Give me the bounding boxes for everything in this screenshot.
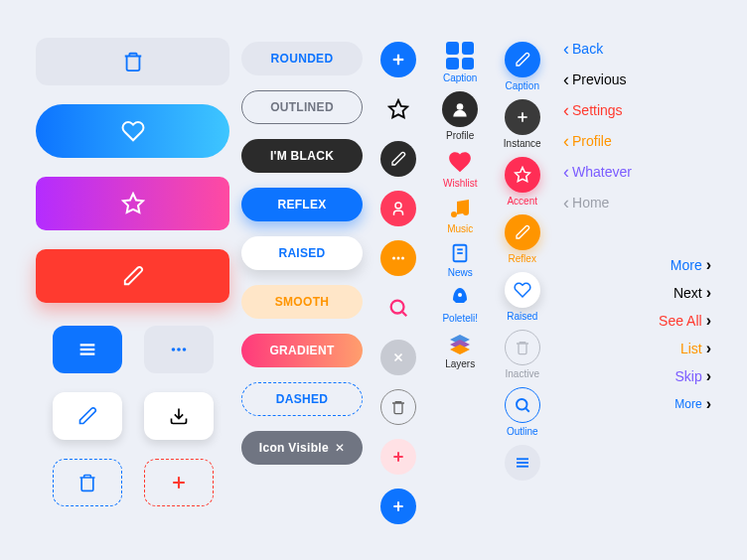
star-button[interactable]: [36, 177, 229, 230]
instance-item[interactable]: Instance: [504, 99, 541, 149]
edit-button[interactable]: [36, 249, 229, 303]
plus-icon: [390, 498, 406, 514]
layers-item[interactable]: Layers: [445, 332, 475, 369]
heart-icon: [121, 119, 145, 143]
more2-link[interactable]: More›: [674, 395, 711, 413]
svg-point-37: [517, 399, 527, 410]
rounded-pill[interactable]: ROUNDED: [241, 42, 363, 75]
edit-card-button[interactable]: [53, 392, 122, 440]
back-link[interactable]: ‹Back: [563, 40, 603, 58]
menu-button[interactable]: [53, 326, 122, 373]
news-item[interactable]: News: [448, 242, 473, 278]
menu-circle-button[interactable]: [505, 445, 540, 481]
plus-pink-circle[interactable]: [380, 439, 416, 475]
chevron-left-icon: ‹: [563, 163, 569, 181]
svg-point-30: [458, 293, 462, 297]
smooth-pill[interactable]: SMOOTH: [241, 285, 363, 319]
svg-point-14: [397, 257, 400, 260]
dashed-pill[interactable]: DASHED: [241, 382, 363, 416]
music-item[interactable]: Music: [447, 197, 473, 234]
list-link[interactable]: List›: [680, 340, 711, 357]
more-button[interactable]: [144, 326, 214, 373]
profile-item[interactable]: Profile: [442, 91, 478, 141]
reflex-item[interactable]: Reflex: [505, 214, 540, 264]
raised-pill[interactable]: RAISED: [241, 236, 363, 270]
black-pill[interactable]: I'M BLACK: [241, 139, 363, 173]
plus-circle-button[interactable]: [380, 42, 416, 77]
previous-link[interactable]: ‹Previous: [563, 70, 626, 88]
svg-point-16: [391, 301, 404, 314]
close-icon: ✕: [335, 441, 345, 455]
svg-point-24: [457, 103, 464, 110]
rocket-item[interactable]: Poleteli!: [442, 286, 478, 324]
layers-icon: [448, 332, 472, 355]
plus-dashed-button[interactable]: [144, 459, 214, 506]
svg-point-6: [182, 348, 186, 351]
gradient-pill[interactable]: GRADIENT: [241, 334, 363, 367]
svg-point-25: [451, 211, 457, 217]
chevron-left-icon: ‹: [563, 132, 569, 150]
svg-point-26: [463, 210, 469, 215]
svg-line-17: [403, 312, 407, 316]
trash-dashed-button[interactable]: [53, 459, 122, 506]
rocket-icon: [448, 286, 472, 310]
chevron-left-icon: ‹: [563, 101, 569, 119]
plus-icon: [389, 51, 407, 69]
heart-icon: [505, 272, 540, 308]
person-icon: [389, 200, 407, 217]
download-button[interactable]: [144, 392, 214, 440]
see-all-link[interactable]: See All›: [659, 312, 711, 330]
skip-link[interactable]: Skip›: [674, 367, 711, 385]
plus-icon: [169, 473, 189, 492]
grid-icon: [446, 42, 474, 70]
wishlist-item[interactable]: Wishlist: [443, 149, 477, 189]
trash-outline-circle[interactable]: [380, 389, 416, 425]
trash-button[interactable]: [36, 38, 229, 85]
reflex-pill[interactable]: REFLEX: [241, 188, 363, 221]
person-red-circle[interactable]: [380, 191, 416, 226]
more-link[interactable]: More›: [671, 256, 711, 274]
trash-icon: [505, 330, 540, 365]
svg-marker-36: [515, 168, 529, 182]
pencil-icon: [505, 42, 540, 77]
grid-item[interactable]: Caption: [443, 42, 477, 83]
search-icon: [505, 387, 540, 423]
svg-point-13: [392, 257, 395, 260]
next-link[interactable]: Next›: [673, 284, 711, 302]
menu-icon: [514, 454, 531, 472]
outlined-pill[interactable]: OUTLINED: [241, 90, 363, 124]
chevron-left-icon: ‹: [563, 194, 569, 211]
whatever-link[interactable]: ‹Whatever: [563, 163, 632, 181]
outline-item[interactable]: Outline: [505, 387, 540, 437]
plus-blue-circle[interactable]: [380, 489, 416, 524]
search-icon: [387, 297, 409, 319]
star-icon: [121, 192, 145, 215]
icon-visible-pill[interactable]: Icon Visible✕: [241, 431, 363, 465]
chevron-right-icon: ›: [706, 256, 711, 274]
star-outline-button[interactable]: [380, 91, 416, 127]
pencil-icon: [390, 151, 406, 167]
dots-orange-circle[interactable]: [380, 240, 416, 276]
heart-button[interactable]: [36, 104, 229, 158]
search-circle[interactable]: [380, 290, 416, 326]
chevron-right-icon: ›: [706, 367, 711, 385]
settings-link[interactable]: ‹Settings: [563, 101, 623, 119]
chevron-right-icon: ›: [706, 312, 711, 330]
profile-link[interactable]: ‹Profile: [563, 132, 612, 150]
caption-circle-item[interactable]: Caption: [505, 42, 540, 91]
edit-black-circle[interactable]: [380, 141, 416, 177]
svg-point-15: [401, 257, 404, 260]
plus-icon: [505, 99, 540, 135]
trash-icon: [122, 51, 144, 72]
accent-item[interactable]: Accent: [505, 157, 540, 207]
chevron-left-icon: ‹: [563, 40, 569, 58]
svg-line-38: [525, 408, 528, 411]
svg-point-5: [177, 348, 181, 351]
home-link[interactable]: ‹Home: [563, 194, 609, 211]
close-grey-circle[interactable]: [380, 340, 416, 375]
raised-item[interactable]: Raised: [505, 272, 540, 322]
pencil-icon: [505, 214, 540, 250]
inactive-item[interactable]: Inactive: [505, 330, 540, 379]
close-icon: [391, 350, 405, 364]
dots-icon: [389, 249, 407, 267]
